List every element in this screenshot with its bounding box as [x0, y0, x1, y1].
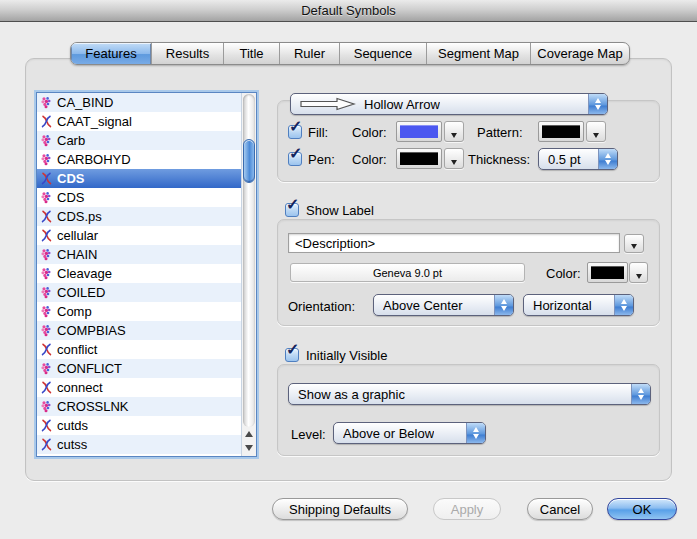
- popup-stepper-icon: [614, 295, 633, 315]
- fill-color-well[interactable]: [396, 121, 442, 142]
- protein-icon: [40, 134, 53, 147]
- feature-list-item-label: CA_BIND: [57, 95, 113, 110]
- scrollbar-track[interactable]: [243, 94, 255, 427]
- pen-color-dropdown-button[interactable]: [444, 148, 464, 169]
- shape-popup[interactable]: Hollow Arrow: [290, 93, 608, 115]
- feature-list-item-label: cutss: [57, 437, 87, 452]
- label-content-dropdown-button[interactable]: [624, 234, 644, 253]
- scroll-up-icon[interactable]: [245, 431, 253, 437]
- feature-list-item-label: cellular: [57, 228, 98, 243]
- window-title: Default Symbols: [301, 3, 396, 18]
- checkmark-icon: ✓: [289, 117, 302, 136]
- feature-list-item[interactable]: CDS.ps: [37, 207, 241, 226]
- scrollbar-thumb[interactable]: [243, 139, 255, 183]
- protein-icon: [40, 286, 53, 299]
- feature-list-item[interactable]: connect: [37, 378, 241, 397]
- fill-color-dropdown-button[interactable]: [444, 121, 464, 142]
- fill-color-swatch: [400, 125, 438, 138]
- feature-list-item[interactable]: COILED: [37, 283, 241, 302]
- feature-list-item[interactable]: cutss: [37, 435, 241, 454]
- cancel-button[interactable]: Cancel: [527, 498, 593, 520]
- dropdown-triangle-icon: [636, 274, 642, 279]
- level-label: Level:: [291, 427, 326, 442]
- feature-list-item[interactable]: CDS: [37, 188, 241, 207]
- protein-icon: [40, 362, 53, 375]
- thickness-value: 0.5 pt: [548, 152, 581, 167]
- protein-icon: [40, 153, 53, 166]
- feature-list-item[interactable]: CONFLICT: [37, 359, 241, 378]
- label-content-field[interactable]: <Description>: [288, 233, 620, 253]
- initially-visible-checkbox[interactable]: ✓: [285, 348, 299, 362]
- thickness-popup[interactable]: 0.5 pt: [538, 148, 618, 170]
- protein-icon: [40, 324, 53, 337]
- dropdown-triangle-icon: [451, 133, 457, 138]
- label-color-well[interactable]: [587, 262, 628, 283]
- tab-sequence[interactable]: Sequence: [339, 43, 426, 64]
- thickness-label: Thickness:: [468, 152, 530, 167]
- level-popup[interactable]: Above or Below: [333, 422, 486, 444]
- pattern-well[interactable]: [538, 121, 584, 142]
- checkmark-icon: ✓: [286, 195, 299, 214]
- dna-icon: [40, 210, 53, 223]
- popup-stepper-icon: [494, 295, 513, 315]
- feature-list-item[interactable]: COMPBIAS: [37, 321, 241, 340]
- pen-color-well[interactable]: [396, 148, 442, 169]
- ok-label: OK: [633, 502, 652, 517]
- tab-features[interactable]: Features: [71, 43, 151, 64]
- feature-list-scrollbar[interactable]: [241, 93, 256, 456]
- tab-ruler[interactable]: Ruler: [279, 43, 339, 64]
- label-color-dropdown-button[interactable]: [629, 262, 648, 283]
- display-mode-popup[interactable]: Show as a graphic: [288, 383, 651, 405]
- protein-icon: [40, 248, 53, 261]
- popup-stepper-icon: [466, 423, 485, 443]
- feature-list-item-label: COILED: [57, 285, 105, 300]
- popup-stepper-icon: [588, 94, 607, 114]
- feature-list[interactable]: CA_BINDCAAT_signalCarbCARBOHYDCDSCDSCDS.…: [36, 92, 257, 457]
- tab-segment-map[interactable]: Segment Map: [426, 43, 530, 64]
- feature-list-item[interactable]: Cleavage: [37, 264, 241, 283]
- show-label-checkbox[interactable]: ✓: [285, 203, 299, 217]
- feature-list-item[interactable]: CROSSLNK: [37, 397, 241, 416]
- tab-results[interactable]: Results: [151, 43, 223, 64]
- feature-list-item-label: CAAT_signal: [57, 114, 132, 129]
- protein-icon: [40, 191, 53, 204]
- scroll-down-icon[interactable]: [245, 445, 253, 451]
- feature-list-item[interactable]: CDS: [37, 169, 241, 188]
- feature-list-item[interactable]: CAAT_signal: [37, 112, 241, 131]
- feature-list-item[interactable]: Comp: [37, 302, 241, 321]
- dna-icon: [40, 115, 53, 128]
- pattern-dropdown-button[interactable]: [586, 121, 606, 142]
- feature-list-item[interactable]: cutds: [37, 416, 241, 435]
- feature-list-item[interactable]: CA_BIND: [37, 93, 241, 112]
- feature-list-item-label: CHAIN: [57, 247, 97, 262]
- shipping-defaults-button[interactable]: Shipping Defaults: [272, 498, 408, 520]
- apply-button[interactable]: Apply: [433, 498, 501, 520]
- feature-list-item[interactable]: cellular: [37, 226, 241, 245]
- feature-list-item[interactable]: conflict: [37, 340, 241, 359]
- pen-color-swatch: [400, 152, 438, 165]
- dna-icon: [40, 172, 53, 185]
- font-button[interactable]: Geneva 9.0 pt: [290, 263, 525, 282]
- feature-list-item-label: CROSSLNK: [57, 399, 129, 414]
- popup-stepper-icon: [631, 384, 650, 404]
- tab-title[interactable]: Title: [223, 43, 279, 64]
- ok-button[interactable]: OK: [607, 498, 677, 520]
- shape-popup-value: Hollow Arrow: [364, 97, 440, 112]
- hollow-arrow-icon: [300, 97, 356, 111]
- fill-label: Fill:: [308, 125, 328, 140]
- fill-checkbox[interactable]: ✓: [288, 125, 302, 139]
- rotation-popup[interactable]: Horizontal: [523, 294, 634, 316]
- title-bar[interactable]: Default Symbols: [0, 0, 697, 22]
- tab-coverage-map[interactable]: Coverage Map: [530, 43, 629, 64]
- feature-list-item[interactable]: Carb: [37, 131, 241, 150]
- pen-label: Pen:: [308, 152, 335, 167]
- fill-color-label: Color:: [352, 125, 387, 140]
- orientation-value: Above Center: [383, 298, 463, 313]
- checkmark-icon: ✓: [286, 340, 299, 359]
- dna-icon: [40, 419, 53, 432]
- pen-checkbox[interactable]: ✓: [288, 152, 302, 166]
- feature-list-item[interactable]: CARBOHYD: [37, 150, 241, 169]
- feature-list-item[interactable]: CHAIN: [37, 245, 241, 264]
- pen-color-label: Color:: [352, 152, 387, 167]
- orientation-popup[interactable]: Above Center: [373, 294, 514, 316]
